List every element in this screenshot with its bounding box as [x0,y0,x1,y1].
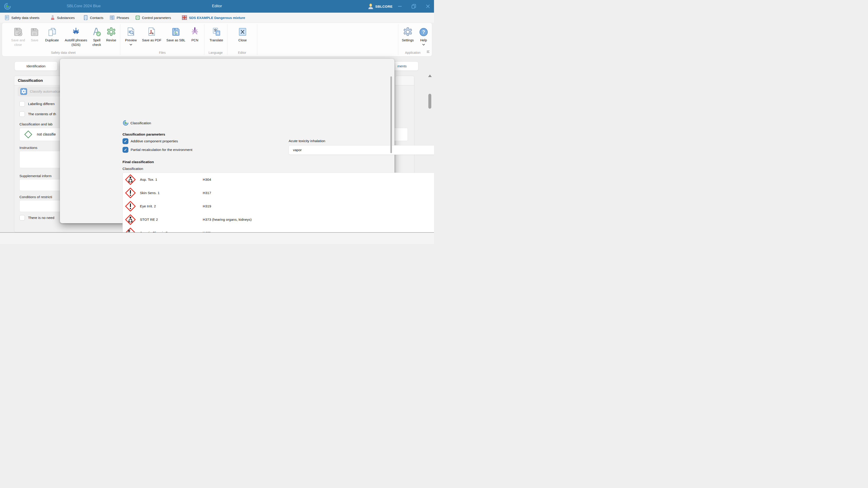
button-label: Spell check [90,38,104,47]
acute-toxicity-select[interactable]: vapor [289,145,434,155]
ribbon-separator [227,24,227,55]
duplicate-button[interactable]: Duplicate [41,25,62,55]
classification-row[interactable]: Eye Irrit. 2 H319 [123,199,434,213]
button-label: Autofill phrases (SDS) [63,38,89,47]
button-label: Save and close [8,38,28,47]
checkbox-unchecked[interactable] [20,101,25,107]
page-tab-identification[interactable]: Identification [14,61,57,71]
save-button[interactable]: Save [29,25,40,55]
document-list-icon [4,15,9,20]
ghs08-health-hazard-icon [125,174,136,185]
revise-gear-icon [106,27,116,37]
ribbon-group-label: Application [398,51,428,55]
partial-recalculation-checkbox[interactable]: ✓ Partial recalculation for the environm… [123,147,192,153]
save-as-sbl-button[interactable]: Save as SBL [164,25,187,55]
instructions-label: Instructions [20,146,37,150]
select-value: vapor [293,148,302,152]
checkbox-label: Additive component properties [131,139,178,143]
button-label: Translate [206,38,227,43]
translate-icon: A [211,27,221,37]
pcn-button[interactable]: PCN [189,25,201,55]
classification-dialog: Classification Classification parameters… [60,59,395,223]
checkbox-unchecked[interactable] [20,111,25,117]
spell-check-button[interactable]: Spell check [90,25,104,55]
close-icon [426,4,430,9]
preview-icon [126,27,136,37]
classification-row[interactable]: Asp. Tox. 1 H304 [123,173,434,186]
classification-row[interactable]: Skin Sens. 1 H317 [123,186,434,199]
settings-gear-icon [403,27,413,37]
chevron-down-icon [417,43,430,46]
dialog-scrollbar-thumb[interactable] [391,76,392,153]
supplemental-label-fragment: Supplemental inform [20,174,52,178]
checkbox-label-fragment: The contents of th [28,112,56,116]
checkbox-checked[interactable]: ✓ [123,138,128,144]
not-classified-text-fragment: not classifie [37,132,56,136]
no-need-checkbox[interactable]: There is no need [20,215,54,221]
checkbox-unchecked[interactable] [20,215,25,221]
ribbon-toolbar: Save and close Save Duplicate [2,23,432,57]
close-window-button[interactable] [423,0,432,13]
tab-label: Control parameters [142,16,171,20]
user-icon [368,3,373,9]
ghs07-exclamation-icon [125,188,136,198]
hazard-class-name: Skin Sens. 1 [140,191,203,195]
labelling-checkbox[interactable]: Labelling differen [20,101,55,107]
button-label: Save as SBL [164,38,187,43]
tab-substances[interactable]: Substances [50,13,74,23]
application-window: SBLCore 2024 Blue Editor SBLCORE [0,0,434,244]
final-classification-heading: Final classification [123,160,154,164]
tab-sds-document-active[interactable]: SDS EXAMPLE Dangerous mixture [182,13,245,23]
button-label: Preview [122,38,140,43]
tab-label: Substances [57,16,74,20]
checkbox-label-fragment: There is no need [28,216,54,220]
ribbon-group-label: Files [122,51,202,55]
revise-button[interactable]: Revise [104,25,118,55]
account-label: SBLCORE [375,4,393,8]
translate-button[interactable]: A Translate [206,25,227,55]
tab-label: Contacts [90,16,103,20]
hazard-statement-code: H319 [203,204,211,208]
checkbox-label: Partial recalculation for the environmen… [131,148,192,152]
tab-safety-data-sheets[interactable]: Safety data sheets [4,13,39,23]
minimize-icon [397,4,402,9]
save-and-close-button[interactable]: Save and close [8,25,28,55]
minimize-button[interactable] [395,0,404,13]
scrollbar-up-arrow[interactable] [428,74,432,77]
autofill-phrases-button[interactable]: Autofill phrases (SDS) [63,25,89,55]
scrollbar-thumb[interactable] [428,94,431,109]
classification-parameters-heading: Classification parameters [123,132,165,136]
ribbon-separator [120,24,120,55]
tab-phrases[interactable]: Phrases [110,13,129,23]
checkbox-label-fragment: Labelling differen [28,102,55,106]
group-options-icon[interactable] [427,50,430,54]
classification-list-label: Classification [123,167,143,171]
tab-control-parameters[interactable]: Control parameters [135,13,171,23]
hazard-statement-code: H373 (hearing organs, kidneys) [203,218,252,222]
flask-icon [50,15,55,20]
chevron-down-icon [122,43,140,46]
contents-checkbox[interactable]: The contents of th [20,111,56,117]
close-editor-button[interactable]: Close [232,25,253,55]
account-button[interactable]: SBLCORE [368,0,393,13]
empty-diamond-icon [24,130,33,139]
pcn-burst-icon [190,27,200,37]
classification-list[interactable]: Asp. Tox. 1 H304 Skin Sens. 1 H317 Eye I… [123,173,434,240]
button-label: Duplicate [41,38,62,43]
uk-flag-icon [182,15,187,20]
tab-contacts[interactable]: Contacts [83,13,103,23]
tab-label: Identification [26,64,45,68]
autofill-arrows-icon [71,27,81,37]
checkbox-checked[interactable]: ✓ [123,147,128,153]
classification-row[interactable]: STOT RE 2 H373 (hearing organs, kidneys) [123,213,434,226]
additive-properties-checkbox[interactable]: ✓ Additive component properties [123,138,178,144]
classify-gear-icon [20,88,27,95]
hazard-statement-code: H317 [203,191,211,195]
restore-icon [411,4,416,9]
maximize-button[interactable] [409,0,418,13]
settings-button[interactable]: Settings [399,25,416,55]
preview-button[interactable]: Preview [122,25,140,55]
save-as-pdf-button[interactable]: Save as PDF [141,25,163,55]
acute-toxicity-label: Acute toxicity inhalation [289,139,325,143]
ghs08-health-hazard-icon [125,214,136,225]
